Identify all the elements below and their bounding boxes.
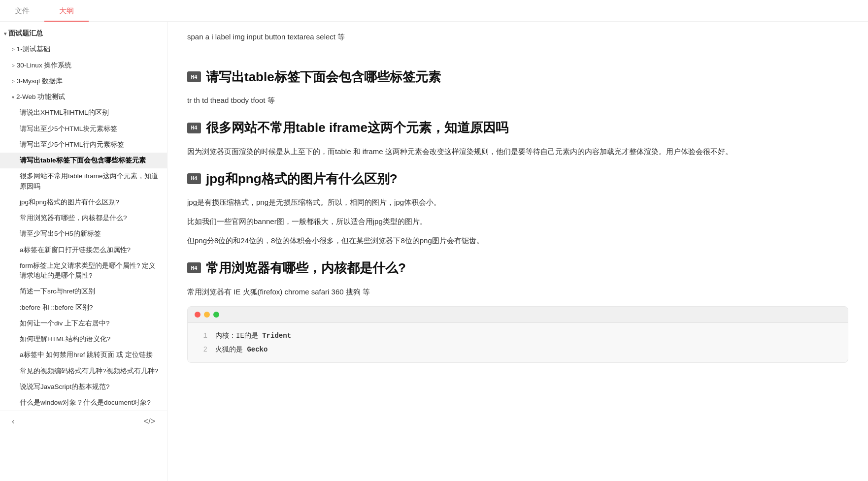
section-table-iframe-body: 因为浏览器页面渲染的时候是从上至下的，而table 和 iframe 这两种元素… bbox=[187, 145, 848, 158]
sidebar-label-s2: 30-Linux 操作系统 bbox=[17, 61, 72, 70]
sidebar-item-q2[interactable]: 请写出至少5个HTML块元素标签 bbox=[0, 121, 167, 137]
section-jpg-png-title: jpg和png格式的图片有什么区别? bbox=[206, 170, 398, 188]
sidebar-item-s1[interactable]: >1-测试基础 bbox=[0, 41, 167, 57]
sidebar-items: ▾面试题汇总>1-测试基础>30-Linux 操作系统>3-Mysql 数据库▾… bbox=[0, 26, 167, 411]
sidebar-item-q4[interactable]: 请写出table标签下面会包含哪些标签元素 bbox=[0, 153, 167, 168]
sidebar-label-q6: jpg和png格式的图片有什么区别? bbox=[20, 197, 119, 207]
sidebar-label-q12: :before 和 ::before 区别? bbox=[20, 303, 93, 313]
sidebar-label-root: 面试题汇总 bbox=[8, 29, 43, 38]
inline-tags-text: span a i label img input button textarea… bbox=[187, 22, 848, 56]
h4-badge-2: H4 bbox=[187, 123, 201, 133]
sidebar-label-q4: 请写出table标签下面会包含哪些标签元素 bbox=[20, 156, 146, 165]
code-line: 1内核：IE的是 Trident bbox=[196, 329, 840, 343]
sidebar-item-q14[interactable]: 如何理解HTML结构的语义化? bbox=[0, 331, 167, 347]
sidebar-item-q17[interactable]: 说说写JavaScript的基本规范? bbox=[0, 379, 167, 395]
h4-badge-1: H4 bbox=[187, 71, 201, 82]
sidebar-item-q7[interactable]: 常用浏览器有哪些，内核都是什么? bbox=[0, 210, 167, 226]
sidebar-label-q17: 说说写JavaScript的基本规范? bbox=[20, 382, 110, 392]
section-browsers-body: 常用浏览器有 IE 火狐(firefox) chrome safari 360 … bbox=[187, 285, 848, 298]
dot-green bbox=[213, 312, 219, 318]
dot-red bbox=[195, 312, 200, 318]
dot-yellow bbox=[204, 312, 210, 318]
sidebar-item-q18[interactable]: 什么是window对象？什么是document对象? bbox=[0, 395, 167, 411]
line-content: 火狐的是 Gecko bbox=[215, 343, 267, 356]
sidebar-bottom-nav: ‹ </> bbox=[0, 411, 167, 432]
section-table-tags-body: tr th td thead tbody tfoot 等 bbox=[187, 94, 848, 107]
sidebar-label-q8: 请至少写出5个H5的新标签 bbox=[20, 229, 101, 239]
h4-badge-3: H4 bbox=[187, 173, 201, 184]
sidebar-item-q13[interactable]: 如何让一个div 上下左右居中? bbox=[0, 316, 167, 331]
section-jpg-png-body1: jpg是有损压缩格式，png是无损压缩格式。所以，相同的图片，jpg体积会小。 bbox=[187, 195, 848, 209]
sidebar-item-q3[interactable]: 请写出至少5个HTML行内元素标签 bbox=[0, 137, 167, 153]
code-titlebar bbox=[188, 307, 848, 323]
sidebar-item-q12[interactable]: :before 和 ::before 区别? bbox=[0, 300, 167, 316]
section-table-iframe-heading: H4 很多网站不常用table iframe这两个元素，知道原因吗 bbox=[187, 119, 848, 136]
code-block: 1内核：IE的是 Trident2火狐的是 Gecko bbox=[187, 306, 848, 363]
sidebar-item-s4[interactable]: ▾2-Web 功能测试 bbox=[0, 89, 167, 105]
section-browsers-title: 常用浏览器有哪些，内核都是什么? bbox=[206, 259, 406, 277]
sidebar-label-q15: a标签中 如何禁用href 跳转页面 或 定位链接 bbox=[20, 350, 153, 360]
expand-icon-s4: ▾ bbox=[12, 94, 14, 101]
line-number: 1 bbox=[196, 329, 207, 343]
sidebar-label-s4: 2-Web 功能测试 bbox=[16, 92, 65, 102]
sidebar-label-q14: 如何理解HTML结构的语义化? bbox=[20, 334, 110, 344]
sidebar-item-root[interactable]: ▾面试题汇总 bbox=[0, 26, 167, 41]
expand-icon-s3: > bbox=[12, 78, 15, 85]
sidebar-label-s1: 1-测试基础 bbox=[17, 44, 50, 54]
section-table-tags-heading: H4 请写出table标签下面会包含哪些标签元素 bbox=[187, 68, 848, 86]
expand-icon-s1: > bbox=[12, 46, 15, 53]
expand-icon-s2: > bbox=[12, 62, 15, 69]
sidebar-item-q8[interactable]: 请至少写出5个H5的新标签 bbox=[0, 226, 167, 242]
header-tabs: 文件 大纲 bbox=[0, 0, 868, 22]
sidebar-item-q11[interactable]: 简述一下src与href的区别 bbox=[0, 284, 167, 299]
sidebar-item-q1[interactable]: 请说出XHTML和HTML的区别 bbox=[0, 105, 167, 121]
tab-file[interactable]: 文件 bbox=[0, 1, 44, 22]
sidebar-item-s3[interactable]: >3-Mysql 数据库 bbox=[0, 73, 167, 89]
code-line: 2火狐的是 Gecko bbox=[196, 343, 840, 356]
bold-content: Gecko bbox=[247, 346, 267, 353]
bold-content: Trident bbox=[262, 332, 291, 340]
sidebar-label-q7: 常用浏览器有哪些，内核都是什么? bbox=[20, 213, 127, 223]
sidebar-label-q5: 很多网站不常用table iframe这两个元素，知道原因吗 bbox=[20, 171, 161, 192]
sidebar-label-q10: form标签上定义请求类型的是哪个属性? 定义请求地址的是哪个属性? bbox=[20, 261, 161, 281]
sidebar-label-q2: 请写出至少5个HTML块元素标签 bbox=[20, 124, 117, 134]
sidebar-item-q9[interactable]: a标签在新窗口打开链接怎么加属性? bbox=[0, 242, 167, 258]
sidebar-label-s3: 3-Mysql 数据库 bbox=[17, 76, 63, 86]
section-jpg-png-body3: 但png分8位的和24位的，8位的体积会小很多，但在某些浏览器下8位的png图片… bbox=[187, 234, 848, 247]
sidebar-item-q6[interactable]: jpg和png格式的图片有什么区别? bbox=[0, 194, 167, 210]
sidebar-label-q9: a标签在新窗口打开链接怎么加属性? bbox=[20, 245, 131, 255]
sidebar-label-q13: 如何让一个div 上下左右居中? bbox=[20, 319, 110, 328]
sidebar-label-q11: 简述一下src与href的区别 bbox=[20, 287, 95, 296]
tab-outline[interactable]: 大纲 bbox=[44, 1, 89, 22]
sidebar-label-q1: 请说出XHTML和HTML的区别 bbox=[20, 108, 109, 118]
section-jpg-png-heading: H4 jpg和png格式的图片有什么区别? bbox=[187, 170, 848, 188]
content-area: span a i label img input button textarea… bbox=[167, 22, 868, 481]
section-browsers-heading: H4 常用浏览器有哪些，内核都是什么? bbox=[187, 259, 848, 277]
nav-code-button[interactable]: </> bbox=[140, 415, 159, 428]
sidebar-item-s2[interactable]: >30-Linux 操作系统 bbox=[0, 58, 167, 73]
section-table-tags-title: 请写出table标签下面会包含哪些标签元素 bbox=[206, 68, 441, 86]
section-jpg-png-body2: 比如我们一些官网的banner图，一般都很大，所以适合用jpg类型的图片。 bbox=[187, 215, 848, 228]
main-layout: ▾面试题汇总>1-测试基础>30-Linux 操作系统>3-Mysql 数据库▾… bbox=[0, 22, 868, 481]
h4-badge-4: H4 bbox=[187, 262, 201, 273]
code-lines: 1内核：IE的是 Trident2火狐的是 Gecko bbox=[188, 323, 848, 362]
sidebar-label-q16: 常见的视频编码格式有几种?视频格式有几种? bbox=[20, 366, 158, 376]
sidebar-label-q3: 请写出至少5个HTML行内元素标签 bbox=[20, 140, 124, 150]
sidebar-item-q10[interactable]: form标签上定义请求类型的是哪个属性? 定义请求地址的是哪个属性? bbox=[0, 258, 167, 284]
expand-icon-root: ▾ bbox=[4, 30, 6, 37]
section-table-iframe-title: 很多网站不常用table iframe这两个元素，知道原因吗 bbox=[206, 119, 508, 136]
sidebar-label-q18: 什么是window对象？什么是document对象? bbox=[20, 398, 151, 408]
line-number: 2 bbox=[196, 343, 207, 356]
sidebar: ▾面试题汇总>1-测试基础>30-Linux 操作系统>3-Mysql 数据库▾… bbox=[0, 22, 167, 481]
sidebar-item-q5[interactable]: 很多网站不常用table iframe这两个元素，知道原因吗 bbox=[0, 168, 167, 194]
line-content: 内核：IE的是 Trident bbox=[215, 329, 291, 343]
sidebar-item-q15[interactable]: a标签中 如何禁用href 跳转页面 或 定位链接 bbox=[0, 347, 167, 363]
sidebar-item-q16[interactable]: 常见的视频编码格式有几种?视频格式有几种? bbox=[0, 363, 167, 379]
nav-prev-button[interactable]: ‹ bbox=[8, 415, 18, 428]
